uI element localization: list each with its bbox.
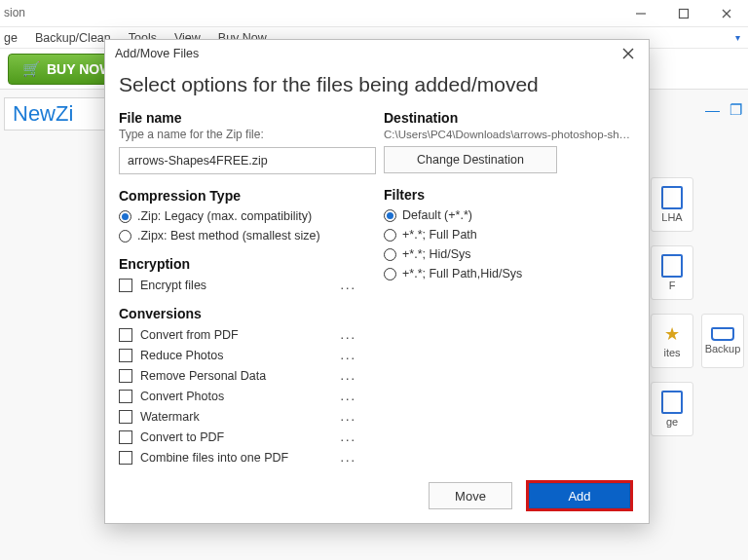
side-tile-f[interactable]: F	[651, 245, 693, 300]
change-destination-button[interactable]: Change Destination	[384, 146, 557, 173]
filter-label: +*.*; Hid/Sys	[402, 247, 471, 261]
document-icon	[661, 254, 683, 278]
conversion-option[interactable]: Remove Personal Data ...	[119, 369, 366, 383]
side-tile-label: ites	[663, 347, 680, 358]
image-icon	[661, 391, 683, 414]
cart-icon: 🛒	[22, 60, 41, 78]
filter-default-option[interactable]: Default (+*.*)	[384, 208, 635, 222]
drive-icon	[711, 327, 734, 341]
bg-maximize-button[interactable]	[662, 0, 705, 27]
bg-doc-restore-icon[interactable]: ❐	[729, 101, 742, 119]
side-tile-label: ge	[666, 416, 678, 428]
conversion-more-button[interactable]: ...	[341, 369, 356, 383]
filename-title: File name	[119, 110, 366, 126]
checkbox-icon	[119, 279, 132, 292]
conversion-more-button[interactable]: ...	[341, 349, 356, 362]
add-button[interactable]: Add	[529, 483, 630, 508]
dialog-heading: Select options for the files being added…	[105, 67, 649, 108]
dialog-close-button[interactable]	[617, 43, 639, 64]
conversion-label: Convert to PDF	[140, 430, 224, 444]
conversion-option[interactable]: Reduce Photos ...	[119, 349, 366, 362]
filter-label: Default (+*.*)	[402, 208, 472, 222]
radio-icon	[384, 248, 396, 261]
add-move-files-dialog: Add/Move Files Select options for the fi…	[104, 39, 650, 524]
bg-window-title: sion	[4, 6, 25, 19]
checkbox-icon	[119, 451, 132, 465]
radio-selected-icon	[119, 210, 131, 223]
bg-doc-minimize-icon[interactable]: —	[705, 101, 720, 119]
side-tile-image[interactable]: ge	[651, 382, 693, 436]
chevron-down-icon[interactable]: ▾	[735, 32, 740, 43]
dialog-footer: Move Add	[105, 468, 649, 523]
conversion-option[interactable]: Convert from PDF ...	[119, 328, 366, 342]
side-tile-label: Backup	[705, 343, 741, 355]
radio-icon	[384, 229, 396, 242]
archive-icon	[661, 186, 683, 209]
conversion-more-button[interactable]: ...	[341, 451, 356, 465]
conversion-label: Convert Photos	[140, 390, 224, 403]
dialog-titlebar: Add/Move Files	[105, 40, 649, 67]
bg-close-button[interactable]	[705, 0, 748, 27]
star-icon: ★	[664, 323, 680, 345]
conversion-label: Remove Personal Data	[140, 369, 266, 383]
conversion-label: Reduce Photos	[140, 349, 223, 362]
conversion-more-button[interactable]: ...	[341, 430, 356, 444]
conversion-more-button[interactable]: ...	[341, 390, 356, 403]
filename-subtext: Type a name for the Zip file:	[119, 128, 366, 141]
conversion-label: Watermark	[140, 410, 200, 424]
conversion-option[interactable]: Convert Photos ...	[119, 390, 366, 403]
compression-zipx-label: .Zipx: Best method (smallest size)	[137, 229, 320, 243]
radio-selected-icon	[384, 209, 396, 222]
conversion-option[interactable]: Watermark ...	[119, 410, 366, 424]
compression-zipx-option[interactable]: .Zipx: Best method (smallest size)	[119, 229, 366, 243]
encrypt-files-label: Encrypt files	[140, 279, 206, 292]
bg-document-tab[interactable]: NewZi	[4, 97, 111, 131]
conversion-option[interactable]: Convert to PDF ...	[119, 430, 366, 444]
conversion-more-button[interactable]: ...	[341, 328, 356, 342]
destination-title: Destination	[384, 110, 635, 126]
filename-input[interactable]	[119, 147, 376, 174]
side-tools-column: LHA F ★ ites Backup ge	[651, 177, 744, 436]
radio-icon	[119, 230, 131, 243]
menu-item[interactable]: ge	[4, 31, 18, 45]
filters-title: Filters	[384, 187, 635, 203]
checkbox-icon	[119, 328, 132, 342]
side-tile-lha[interactable]: LHA	[651, 177, 693, 232]
side-tile-backup[interactable]: Backup	[701, 314, 744, 368]
filter-label: +*.*; Full Path,Hid/Sys	[402, 267, 522, 280]
conversion-option[interactable]: Combine files into one PDF ...	[119, 451, 366, 465]
conversions-title: Conversions	[119, 306, 366, 321]
side-tile-favorites[interactable]: ★ ites	[651, 314, 693, 368]
side-tile-label: LHA	[661, 211, 682, 223]
bg-minimize-button[interactable]	[619, 0, 662, 27]
compression-zip-label: .Zip: Legacy (max. compatibility)	[137, 209, 312, 223]
svg-rect-1	[680, 9, 689, 18]
encrypt-more-button[interactable]: ...	[341, 279, 356, 292]
bg-document-name: NewZi	[13, 101, 73, 127]
compression-zip-option[interactable]: .Zip: Legacy (max. compatibility)	[119, 209, 366, 223]
bg-document-controls: — ❐	[705, 101, 742, 119]
filter-fullpath-option[interactable]: +*.*; Full Path	[384, 228, 635, 242]
destination-path: C:\Users\PC4\Downloads\arrows-photoshop-…	[384, 129, 635, 140]
encryption-title: Encryption	[119, 256, 366, 272]
filter-fullpath-hidsys-option[interactable]: +*.*; Full Path,Hid/Sys	[384, 267, 635, 280]
dialog-right-column: Destination C:\Users\PC4\Downloads\arrow…	[384, 108, 635, 459]
dialog-left-column: File name Type a name for the Zip file: …	[119, 108, 366, 459]
filter-hidsys-option[interactable]: +*.*; Hid/Sys	[384, 247, 635, 261]
add-button-highlight: Add	[526, 480, 633, 511]
checkbox-icon	[119, 430, 132, 444]
move-button[interactable]: Move	[429, 482, 512, 509]
conversion-label: Convert from PDF	[140, 328, 239, 342]
dialog-title: Add/Move Files	[115, 47, 199, 60]
checkbox-icon	[119, 349, 132, 362]
buy-now-label: BUY NOW	[47, 61, 112, 77]
conversion-label: Combine files into one PDF	[140, 451, 288, 465]
bg-window-titlebar: sion	[0, 0, 748, 27]
checkbox-icon	[119, 410, 132, 424]
encrypt-files-option[interactable]: Encrypt files ...	[119, 279, 366, 292]
radio-icon	[384, 268, 396, 280]
compression-title: Compression Type	[119, 188, 366, 204]
checkbox-icon	[119, 369, 132, 383]
conversion-more-button[interactable]: ...	[341, 410, 356, 424]
menu-item[interactable]: Backup/Clean	[35, 31, 111, 45]
